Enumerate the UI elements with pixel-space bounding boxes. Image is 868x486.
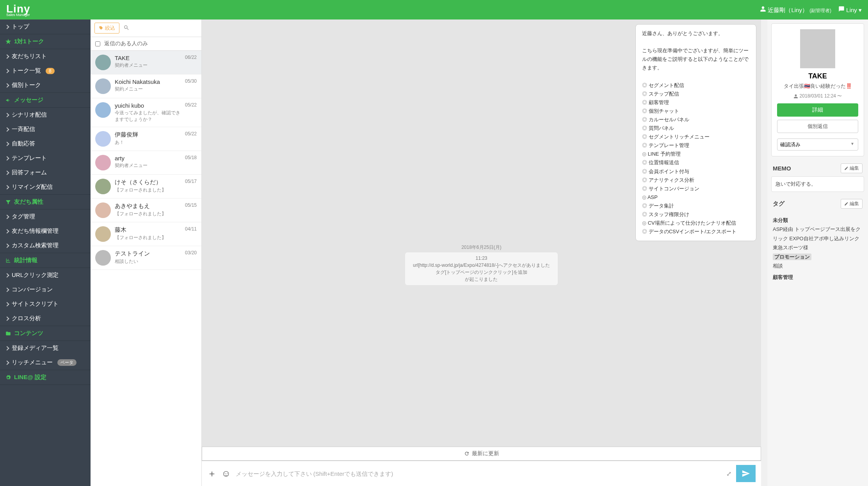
avatar [95,78,111,94]
nav-item[interactable]: クロス分析 [0,311,91,326]
detail-avatar [800,29,835,68]
search-button[interactable] [123,25,130,32]
feature-item: セグメントリッチメニュー [642,133,750,141]
feature-item: 会員ポイント付与 [642,167,750,176]
nav-item[interactable]: シナリオ配信 [0,108,91,122]
send-button[interactable] [736,465,756,482]
talk-date: 05/22 [185,102,197,123]
feature-item: データのCSVインポート/エクスポート [642,227,750,236]
expand-button[interactable]: ⤢ [726,470,731,477]
nav-item[interactable]: リマインダ配信 [0,180,91,194]
talk-list: TAKE契約者メニュー06/22Koichi Nakatsuka契約メニュー05… [91,51,201,486]
reply-only-filter[interactable]: 返信のある人のみ [91,37,201,51]
avatar [95,155,111,170]
nav-item[interactable]: 自動応答 [0,137,91,151]
talk-name: arty [115,155,181,161]
logo: Liny Sales Manager [6,3,30,17]
user-icon [760,6,766,12]
tag-edit-button[interactable]: 編集 [841,199,863,209]
individual-reply-button[interactable]: 個別返信 [777,120,858,133]
detail-date: 2018/03/01 12:24 〜 [777,93,858,99]
nav-item[interactable]: 個別トーク [0,78,91,92]
feature-list: セグメント配信ステップ配信顧客管理個別チャットカルーセルパネル質問パネルセグメン… [642,81,750,236]
status-select[interactable]: 確認済み [777,138,858,151]
person-icon [793,94,798,99]
talk-item[interactable]: 藤木【フォローされました】04/11 [91,222,201,246]
chat-message-bubble: 近藤さん、ありがとうございます。 こちら現在準備中でございますが、簡単にツールの… [635,24,756,241]
avatar [95,202,111,218]
talk-name: 伊藤俊輝 [115,131,181,138]
feature-item: 質問パネル [642,124,750,133]
nav-item[interactable]: URLクリック測定 [0,268,91,282]
talk-name: けそ（さくらだ） [115,179,181,186]
current-user[interactable]: 近藤剛（Liny） (副管理者) [760,6,831,14]
avatar [95,250,111,266]
filter-button[interactable]: 絞込 [94,23,119,34]
emoji-button[interactable]: ☺ [221,468,231,479]
feature-item: データ集計 [642,202,750,210]
nav-section[interactable]: 統計情報 [0,253,91,268]
event-log: 11:23 url[http://d.sp-world.jp/ja/Expo/4… [405,252,558,285]
nav-item[interactable]: 友だち情報欄管理 [0,224,91,238]
memo-section: MEMO 編集 急いで対応する。 [771,160,864,192]
nav-item[interactable]: サイトスクリプト [0,297,91,311]
nav-section[interactable]: ★1対1トーク [0,34,91,49]
talk-item[interactable]: けそ（さくらだ）【フォローされました】05/17 [91,175,201,199]
nav-item[interactable]: リッチメニューベータ [0,355,91,370]
talk-item[interactable]: 伊藤俊輝あ！05/22 [91,127,201,151]
nav-item[interactable]: 一斉配信 [0,122,91,137]
nav-item[interactable]: カスタム検索管理 [0,238,91,253]
talk-preview: あ！ [115,139,181,146]
nav-item[interactable]: 回答フォーム [0,165,91,180]
nav-item[interactable]: 登録メディア一覧 [0,341,91,355]
refresh-button[interactable]: 最新に更新 [202,447,761,461]
chat-messages: 近藤さん、ありがとうございます。 こちら現在準備中でございますが、簡単にツールの… [202,20,761,447]
nav-section[interactable]: コンテンツ [0,326,91,341]
memo-edit-button[interactable]: 編集 [841,163,863,173]
detail-button[interactable]: 詳細 [777,103,858,117]
talk-item[interactable]: あきやまもえ【フォローされました】05/15 [91,199,201,222]
talk-item[interactable]: Koichi Nakatsuka契約メニュー05/30 [91,74,201,98]
feature-item: LINE 予約管理 [642,150,750,158]
talk-date: 03/20 [185,250,197,266]
message-input[interactable] [236,470,722,477]
nav-item[interactable]: トーク一覧8 [0,64,91,78]
feature-item: 個別チャット [642,107,750,115]
nav-item[interactable]: タグ管理 [0,209,91,224]
talk-item[interactable]: TAKE契約者メニュー06/22 [91,51,201,74]
nav-item[interactable]: 友だちリスト [0,49,91,64]
talk-name: あきやまもえ [115,202,181,210]
edit-icon [844,166,848,170]
nav-section[interactable]: LINE@ 設定 [0,370,91,385]
talk-name: 藤木 [115,226,181,234]
talk-item[interactable]: テストライン相談したい03/20 [91,246,201,270]
reply-only-checkbox[interactable] [95,41,100,46]
talk-date: 05/30 [185,78,197,94]
nav-item[interactable]: テンプレート [0,151,91,165]
date-divider: 2018年6月25日(月) [206,244,756,251]
header-chat-link[interactable]: Liny ▾ [838,6,862,14]
message-input-bar: ＋ ☺ ⤢ [202,461,761,486]
detail-status: タイ出張🇹🇭良い経験だった‼️ [777,83,858,90]
talk-preview: 契約者メニュー [115,162,181,169]
avatar [95,179,111,194]
talk-date: 05/15 [185,202,197,218]
nav-item[interactable]: トップ [0,20,91,34]
add-attachment-button[interactable]: ＋ [207,467,217,480]
talk-preview: 相談したい [115,258,181,265]
talk-date: 05/18 [185,155,197,170]
message-body: こちら現在準備中でございますが、簡単にツールの機能をご説明すると以下のようなこと… [642,46,750,72]
chat-icon [838,6,845,12]
nav-item[interactable]: コンバージョン [0,282,91,297]
nav-section[interactable]: メッセージ [0,92,91,108]
feature-item: 顧客管理 [642,98,750,107]
avatar [95,226,111,242]
nav-section[interactable]: 友だち属性 [0,194,91,209]
talk-name: テストライン [115,250,181,257]
talk-list-column: 絞込 返信のある人のみ TAKE契約者メニュー06/22Koichi Nakat… [91,20,202,486]
talk-item[interactable]: yuichi kubo今送ってみましたが、確認できますでしょうか？05/22 [91,98,201,127]
talk-preview: 【フォローされました】 [115,187,181,193]
feature-item: スタッフ権限分け [642,210,750,219]
memo-body: 急いで対応する。 [771,176,864,192]
talk-item[interactable]: arty契約者メニュー05/18 [91,151,201,175]
